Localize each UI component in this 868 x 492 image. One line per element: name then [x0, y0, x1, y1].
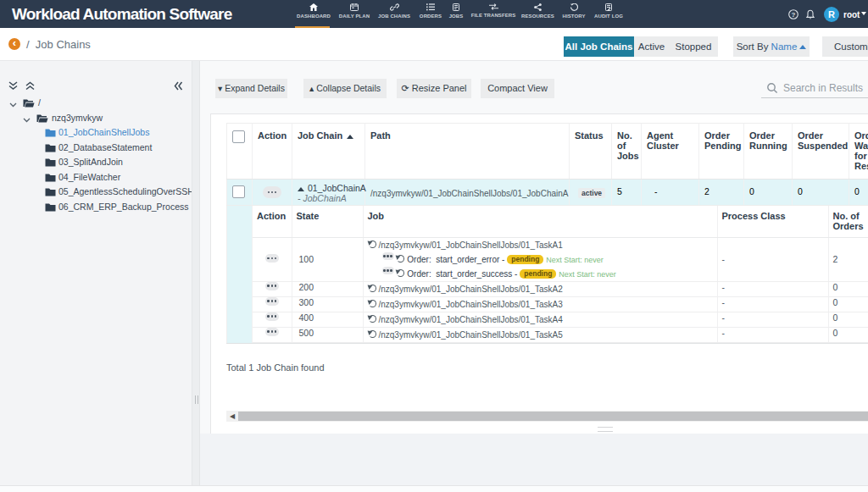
svg-text:?: ? — [792, 11, 796, 19]
